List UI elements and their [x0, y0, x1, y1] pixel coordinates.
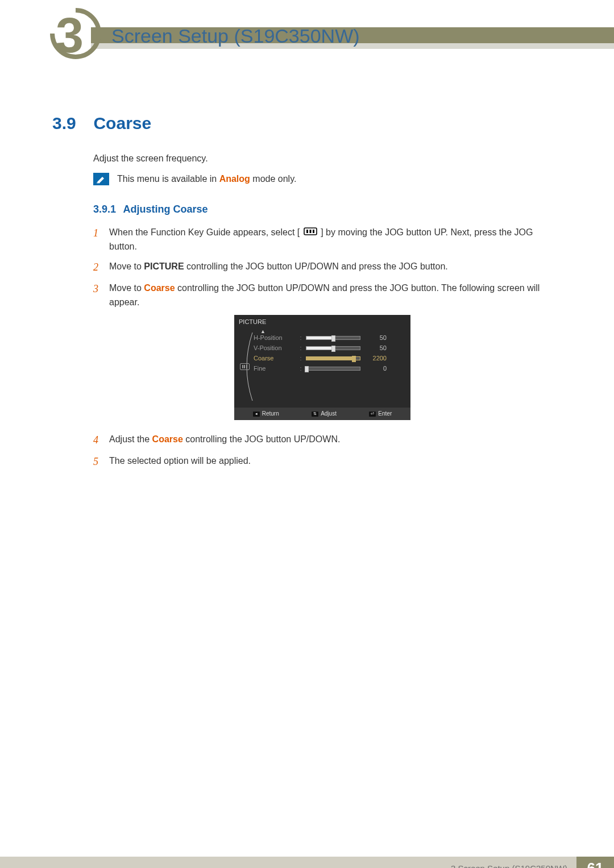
- osd-footer-return: ◂ Return: [253, 409, 279, 418]
- footer-page-number: 61: [576, 857, 614, 868]
- osd-footer: ◂ Return ⇅ Adjust ⏎ Enter: [234, 408, 410, 420]
- svg-rect-3: [313, 230, 314, 233]
- document-page: 3 Screen Setup (S19C350NW) 3.9 Coarse Ad…: [0, 11, 614, 868]
- osd-body: ▲ H-Position:50V-Position:50Coarse:2200F…: [234, 329, 410, 408]
- osd-row: V-Position:50: [254, 343, 405, 353]
- osd-slider: [306, 346, 360, 350]
- section-heading: 3.9 Coarse Adjust the screen frequency. …: [52, 114, 559, 470]
- chapter-number: 3: [56, 10, 84, 60]
- subsection-title: Adjusting Coarse: [123, 203, 208, 215]
- osd-row-label: Fine: [254, 364, 296, 373]
- step-number: 1: [93, 226, 109, 254]
- osd-row: Fine:0: [254, 363, 405, 373]
- adjust-icon: ⇅: [312, 412, 318, 417]
- osd-footer-enter: ⏎ Enter: [369, 409, 392, 418]
- osd-row-label: Coarse: [254, 354, 296, 363]
- svg-rect-1: [306, 230, 308, 233]
- osd-side-curve: [240, 331, 255, 400]
- osd-slider: [306, 367, 360, 371]
- enter-icon: ⏎: [369, 412, 376, 417]
- step-text: When the Function Key Guide appears, sel…: [109, 226, 559, 254]
- osd-row-value: 50: [364, 343, 387, 353]
- step-4: 4 Adjust the Coarse controlling the JOG …: [93, 433, 559, 448]
- note-icon: [93, 173, 109, 185]
- osd-slider: [306, 356, 360, 360]
- keyword-picture: PICTURE: [144, 261, 184, 271]
- step-text: Move to Coarse controlling the JOG butto…: [109, 281, 559, 427]
- note-text-prefix: This menu is available in: [117, 174, 219, 184]
- osd-picture-icon: [240, 363, 250, 370]
- page-footer: 3 Screen Setup (S19C350NW) 61: [0, 857, 614, 868]
- step-number: 2: [93, 260, 109, 276]
- step-2: 2 Move to PICTURE controlling the JOG bu…: [93, 260, 559, 276]
- footer-breadcrumb: 3 Screen Setup (S19C350NW): [0, 857, 576, 868]
- menu-icon: [304, 226, 317, 240]
- osd-row-label: V-Position: [254, 343, 296, 353]
- up-arrow-icon: ▲: [260, 328, 265, 336]
- step-text: The selected option will be applied.: [109, 454, 559, 470]
- step-1: 1 When the Function Key Guide appears, s…: [93, 226, 559, 254]
- osd-panel: PICTURE ▲ H-Position:50: [234, 315, 410, 420]
- keyword-coarse: Coarse: [144, 283, 175, 293]
- steps-list: 1 When the Function Key Guide appears, s…: [93, 226, 559, 470]
- step-5: 5 The selected option will be applied.: [93, 454, 559, 470]
- note-text-suffix: mode only.: [250, 174, 297, 184]
- osd-row-value: 0: [364, 364, 387, 373]
- chapter-title: Screen Setup (S19C350NW): [111, 25, 360, 47]
- osd-row: Coarse:2200: [254, 353, 405, 363]
- osd-slider: [306, 336, 360, 340]
- step-3: 3 Move to Coarse controlling the JOG but…: [93, 281, 559, 427]
- step-number: 3: [93, 281, 109, 427]
- osd-footer-adjust: ⇅ Adjust: [312, 409, 337, 418]
- osd-row: H-Position:50: [254, 333, 405, 343]
- note-row: This menu is available in Analog mode on…: [93, 173, 559, 185]
- return-icon: ◂: [253, 412, 260, 417]
- subsection-number: 3.9.1: [93, 203, 116, 215]
- chapter-header: 3 Screen Setup (S19C350NW): [0, 11, 614, 51]
- subsection-heading: 3.9.1 Adjusting Coarse: [93, 203, 559, 215]
- osd-row-value: 50: [364, 333, 387, 343]
- section-intro-text: Adjust the screen frequency.: [93, 153, 559, 164]
- step-text: Adjust the Coarse controlling the JOG bu…: [109, 433, 559, 448]
- step-text: Move to PICTURE controlling the JOG butt…: [109, 260, 559, 276]
- keyword-coarse: Coarse: [152, 434, 183, 444]
- note-emphasis: Analog: [219, 174, 250, 184]
- chapter-number-badge: 3: [50, 8, 101, 59]
- osd-row-value: 2200: [364, 354, 387, 363]
- osd-title: PICTURE: [234, 315, 410, 329]
- section-number: 3.9: [52, 114, 91, 133]
- note-text: This menu is available in Analog mode on…: [117, 173, 296, 184]
- section-title: Coarse: [93, 114, 151, 132]
- step-number: 5: [93, 454, 109, 470]
- svg-rect-2: [309, 230, 311, 233]
- step-number: 4: [93, 433, 109, 448]
